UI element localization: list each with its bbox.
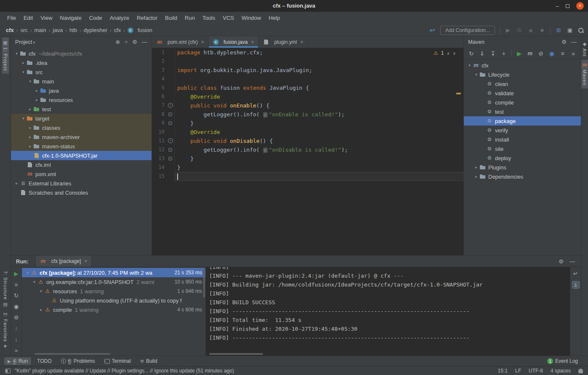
fold-marker-icon[interactable]: [168, 157, 172, 161]
tree-chevron-icon[interactable]: ▾: [473, 72, 479, 77]
project-item-main[interactable]: ▾main: [11, 77, 152, 86]
titlebar[interactable]: cfx – fusion.java – ×: [0, 0, 588, 12]
tree-chevron-icon[interactable]: ▸: [27, 135, 33, 139]
toolwindow-button-6-problems[interactable]: !6: Problems: [58, 357, 98, 365]
add-button[interactable]: +: [500, 50, 507, 57]
project-item-target[interactable]: ▾target: [11, 114, 152, 123]
overriding-method-icon[interactable]: ↑: [168, 103, 173, 108]
project-structure-icon[interactable]: ⊞: [555, 27, 562, 33]
code-line-9[interactable]: 9 }: [152, 119, 463, 128]
tree-chevron-icon[interactable]: ▾: [38, 289, 44, 293]
next-highlight-icon[interactable]: ∨: [453, 51, 456, 56]
fold-marker-icon[interactable]: [168, 112, 172, 116]
tree-chevron-icon[interactable]: ▸: [34, 88, 40, 93]
menu-refactor[interactable]: Refactor: [133, 12, 161, 24]
tree-chevron-icon[interactable]: ▸: [27, 107, 33, 111]
run-button-icon[interactable]: ▶: [505, 27, 511, 33]
menu-tools[interactable]: Tools: [199, 12, 219, 24]
menu-analyze[interactable]: Analyze: [106, 12, 133, 24]
tree-chevron-icon[interactable]: ▾: [31, 280, 37, 284]
line-separator-widget[interactable]: LF: [515, 368, 521, 374]
inspections-widget[interactable]: ⚠ 1 ∧ ∨: [434, 50, 456, 56]
project-item-resources[interactable]: ▸resources: [11, 95, 152, 104]
more-actions-button[interactable]: »: [15, 347, 18, 354]
maven-item-compile[interactable]: ⚙compile: [464, 98, 581, 107]
minimize-button[interactable]: –: [556, 3, 559, 9]
menu-file[interactable]: File: [3, 12, 20, 24]
refresh-button[interactable]: ↻: [468, 50, 475, 57]
download-button[interactable]: ⇓: [479, 50, 486, 57]
code-line-14[interactable]: 14}: [152, 163, 463, 172]
maven-item-validate[interactable]: ⚙validate: [464, 88, 581, 98]
run-item-cfx-package[interactable]: ▾⚠cfx [package]: at 27/10/20, 7:45 PM wi…: [22, 268, 205, 277]
stripe-button-ant[interactable]: ◆Ant: [581, 39, 588, 60]
window-layout-icon[interactable]: ▣: [567, 27, 573, 33]
stop-button-icon[interactable]: ■: [539, 27, 545, 33]
maven-m-button[interactable]: m: [527, 50, 534, 56]
stop-button[interactable]: ■: [15, 281, 18, 288]
tree-horizontal-scrollbar[interactable]: [35, 353, 110, 355]
project-item-cfx-iml[interactable]: cfx.iml: [11, 160, 152, 169]
encoding-widget[interactable]: UTF-8: [529, 368, 543, 374]
scroll-to-end-button[interactable]: ⇓: [572, 281, 580, 289]
project-panel-title[interactable]: Project▾: [15, 39, 35, 45]
search-everywhere-icon[interactable]: [578, 27, 584, 33]
status-link-plugin-settings[interactable]: Plugin settings...: [112, 368, 149, 374]
maven-item-cfx[interactable]: ▾mcfx: [464, 61, 581, 70]
console-horizontal-scrollbar[interactable]: [209, 353, 263, 355]
toolwindow-button-terminal[interactable]: ›Terminal: [101, 357, 134, 365]
run-item-compile[interactable]: ▸⚠compile1 warning4 s 606 ms: [22, 305, 205, 314]
tree-chevron-icon[interactable]: ▾: [466, 63, 473, 67]
maven-item-dependencies[interactable]: ▸Dependencies: [464, 172, 581, 181]
run-play-button[interactable]: ▶: [516, 50, 523, 57]
code-line-1[interactable]: 1package htb.dyplesher.cfx;: [152, 48, 463, 57]
code-line-4[interactable]: 4: [152, 75, 463, 83]
tree-chevron-icon[interactable]: ▸: [13, 181, 20, 185]
menu-edit[interactable]: Edit: [20, 12, 37, 24]
code-line-3[interactable]: 3import org.bukkit.plugin.java.JavaPlugi…: [152, 66, 463, 75]
maven-item-test[interactable]: ⚙test: [464, 107, 581, 116]
toolwindow-button-todo[interactable]: TODO: [34, 357, 55, 365]
breadcrumb-item-fusion[interactable]: Cfusion: [128, 27, 152, 33]
more-button[interactable]: »: [570, 50, 577, 57]
tree-chevron-icon[interactable]: ▾: [20, 70, 27, 74]
maven-item-clean[interactable]: ⚙clean: [464, 79, 581, 88]
code-line-15[interactable]: 15: [152, 172, 463, 181]
toolwindow-button-build[interactable]: ⚒Build: [137, 357, 161, 365]
tree-vertical-scrollbar[interactable]: [203, 268, 205, 297]
download-sources-button[interactable]: ↧: [490, 50, 496, 57]
menu-code[interactable]: Code: [85, 12, 106, 24]
close-tab-icon[interactable]: ×: [201, 39, 204, 45]
toolwindow-button-4-run[interactable]: ▶4: Run: [4, 357, 31, 365]
code-line-6[interactable]: 6 @Override: [152, 92, 463, 101]
maven-item-plugins[interactable]: ▸Plugins: [464, 163, 581, 172]
debug-button-icon[interactable]: ⊙: [516, 27, 523, 33]
project-item-scratches-and-consoles[interactable]: Scratches and Consoles: [11, 188, 152, 197]
maven-item-install[interactable]: ⚙install: [464, 135, 581, 144]
maven-item-deploy[interactable]: ⚙deploy: [464, 153, 581, 163]
editor-tab-pom-xml-cfx[interactable]: mpom.xml (cfx)×: [152, 36, 209, 48]
maven-item-package[interactable]: ⚙package: [464, 116, 581, 126]
code-line-13[interactable]: 13 }: [152, 154, 463, 163]
close-tab-icon[interactable]: ×: [251, 39, 254, 45]
tree-chevron-icon[interactable]: ▸: [34, 98, 40, 102]
status-link-update[interactable]: Update: [90, 368, 106, 374]
status-link-ignore-this-update[interactable]: Ignore this update: [154, 368, 194, 374]
code-line-10[interactable]: 10 @Override: [152, 128, 463, 137]
load-maven-changes-icon[interactable]: ↩: [429, 27, 436, 34]
breadcrumb-item-dyplesher[interactable]: dyplesher: [84, 27, 107, 33]
tree-chevron-icon[interactable]: ▸: [473, 165, 479, 169]
run-item-using-platform-encoding-utf-8-actually-to-copy-f[interactable]: ⚠Using platform encoding (UTF-8 actually…: [22, 296, 205, 305]
code-line-11[interactable]: 11↑ public void onDisable() {: [152, 137, 463, 145]
skip-tests-button[interactable]: ⊘: [537, 50, 544, 57]
previous-message-button[interactable]: ↑: [15, 325, 18, 332]
code-line-8[interactable]: 8 getLogger().info( s"onEnable is called…: [152, 110, 463, 119]
hide-project-panel-button[interactable]: —: [142, 39, 147, 45]
maven-item-verify[interactable]: ⚙verify: [464, 126, 581, 135]
run-item-org-example-cfx-jar-1-0-snapshot[interactable]: ▾⚠org.example:cfx:jar:1.0-SNAPSHOT2 warn…: [22, 277, 205, 287]
tree-chevron-icon[interactable]: ▸: [27, 144, 33, 148]
tree-chevron-icon[interactable]: ▸: [38, 308, 44, 312]
run-settings-button[interactable]: ⚙: [559, 258, 564, 265]
breadcrumb-item-main[interactable]: main: [34, 27, 46, 33]
coverage-button-icon[interactable]: ◈: [527, 27, 534, 33]
